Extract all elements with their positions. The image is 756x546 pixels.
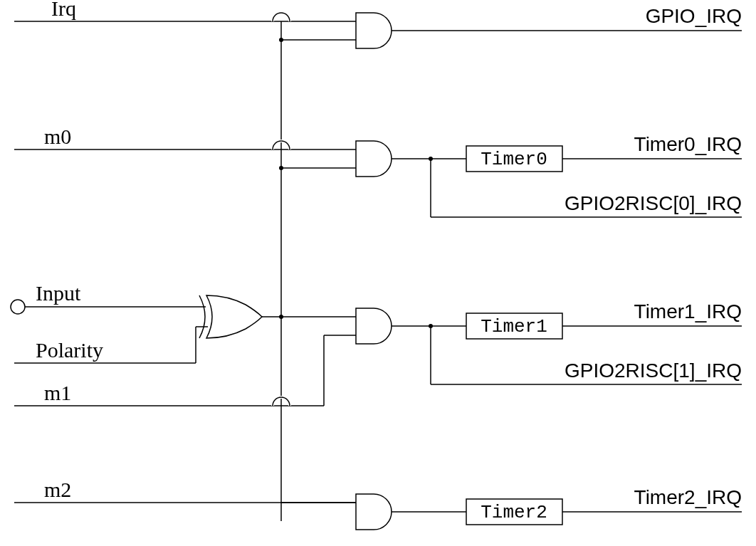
label-timer1-irq: Timer1_IRQ bbox=[634, 300, 742, 322]
label-polarity: Polarity bbox=[36, 338, 103, 362]
label-gpio-irq: GPIO_IRQ bbox=[646, 5, 742, 27]
label-timer0-irq: Timer0_IRQ bbox=[634, 133, 742, 155]
label-input: Input bbox=[36, 281, 81, 305]
logic-diagram: Irq GPIO_IRQ m0 GPIO2RISC[0]_IRQ Timer0 … bbox=[0, 0, 756, 546]
timer1-label: Timer1 bbox=[481, 316, 547, 337]
label-m2: m2 bbox=[44, 478, 71, 501]
svg-point-9 bbox=[279, 166, 283, 170]
label-gpio2risc1: GPIO2RISC[1]_IRQ bbox=[565, 359, 742, 382]
and-gate-m0 bbox=[356, 141, 392, 177]
input-pad bbox=[11, 300, 25, 314]
xor-gate bbox=[199, 295, 262, 338]
and-gate-irq bbox=[356, 13, 392, 48]
and-gate-m2 bbox=[356, 494, 392, 530]
label-gpio2risc0: GPIO2RISC[0]_IRQ bbox=[565, 192, 742, 214]
label-m0: m0 bbox=[44, 125, 71, 148]
and-gate-m1 bbox=[356, 308, 392, 344]
label-timer2-irq: Timer2_IRQ bbox=[634, 486, 742, 508]
label-irq: Irq bbox=[51, 0, 76, 20]
timer2-label: Timer2 bbox=[481, 502, 547, 523]
label-m1: m1 bbox=[44, 381, 71, 404]
timer0-label: Timer0 bbox=[481, 149, 547, 170]
svg-point-5 bbox=[279, 38, 283, 42]
